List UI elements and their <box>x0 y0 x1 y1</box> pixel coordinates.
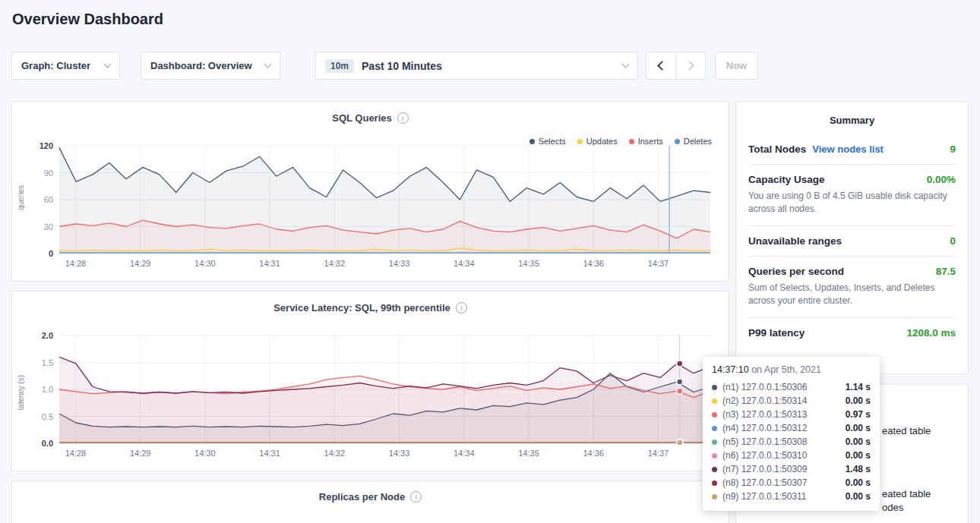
chevron-down-icon <box>264 61 272 68</box>
series-dot <box>712 453 717 458</box>
tooltip-value: 0.00 s <box>846 436 871 447</box>
svg-text:1.5: 1.5 <box>42 358 53 367</box>
tooltip-node: (n3) 127.0.0.1:50313 <box>722 409 807 420</box>
series-dot <box>712 412 717 417</box>
series-dot <box>712 385 717 390</box>
summary-value: 87.5 <box>936 266 956 277</box>
chevron-right-icon <box>684 61 694 71</box>
chevron-down-icon <box>622 61 630 68</box>
graph-scope-dropdown[interactable]: Graph: Cluster <box>11 52 120 80</box>
event-text-fragment: odes <box>882 502 903 513</box>
tooltip-node: (n1) 127.0.0.1:50306 <box>722 382 807 392</box>
info-icon[interactable] <box>410 491 422 503</box>
event-text-fragment: eated table <box>882 488 931 499</box>
service-latency-chart[interactable]: 0.00.51.01.52.014:2814:2914:3014:3114:32… <box>20 329 721 463</box>
svg-text:60: 60 <box>44 195 53 204</box>
summary-label: Total Nodes <box>748 143 806 155</box>
summary-panel: Summary Total Nodes View nodes list 9 Ca… <box>735 101 969 374</box>
panel-title-row: Replicas per Node <box>12 481 729 503</box>
service-latency-panel: Service Latency: SQL, 99th percentile la… <box>11 291 729 471</box>
chart-title: SQL Queries <box>332 112 392 124</box>
tooltip-node: (n2) 127.0.0.1:50314 <box>722 395 807 406</box>
summary-description: Sum of Selects, Updates, Inserts, and De… <box>748 282 956 308</box>
tooltip-value: 0.00 s <box>846 423 871 433</box>
tooltip-row: (n3) 127.0.0.1:50313 0.97 s <box>712 408 871 421</box>
chevron-down-icon <box>104 61 112 68</box>
svg-text:14:35: 14:35 <box>518 449 539 458</box>
svg-text:1.0: 1.0 <box>42 385 53 394</box>
svg-text:0.0: 0.0 <box>42 439 53 448</box>
summary-title: Summary <box>736 102 968 134</box>
series-dot <box>712 440 717 445</box>
tooltip-value: 0.00 s <box>846 450 871 461</box>
tooltip-value: 0.97 s <box>846 409 871 420</box>
time-range-dropdown[interactable]: 10m Past 10 Minutes <box>315 52 638 80</box>
summary-value: 1208.0 ms <box>906 327 956 339</box>
dashboard-dropdown[interactable]: Dashboard: Overview <box>141 52 280 80</box>
tooltip-row: (n8) 127.0.0.1:50307 0.00 s <box>712 476 871 490</box>
replicas-per-node-panel: Replicas per Node <box>11 480 729 523</box>
svg-text:14:36: 14:36 <box>583 449 604 458</box>
time-prev-button[interactable] <box>646 52 676 80</box>
view-nodes-list-link[interactable]: View nodes list <box>812 143 884 155</box>
summary-row-capacity-usage: Capacity Usage 0.00% You are using 0 B o… <box>748 164 956 225</box>
summary-value: 9 <box>950 143 956 155</box>
summary-value: 0 <box>950 235 956 247</box>
event-text-fragment: eated table <box>882 425 931 436</box>
tooltip-row: (n6) 127.0.0.1:50310 0.00 s <box>712 449 871 462</box>
dashboard-value: Overview <box>208 60 252 71</box>
series-dot <box>712 480 717 486</box>
summary-row-p99-latency: P99 latency 1208.0 ms <box>748 317 956 348</box>
svg-text:14:28: 14:28 <box>65 449 87 458</box>
summary-value: 0.00% <box>927 174 956 185</box>
page-title: Overview Dashboard <box>12 11 163 28</box>
tooltip-node: (n7) 127.0.0.1:50309 <box>722 464 807 474</box>
summary-label: P99 latency <box>748 327 805 339</box>
tooltip-value: 0.00 s <box>846 477 871 488</box>
svg-text:14:36: 14:36 <box>583 259 604 268</box>
tooltip-value: 1.48 s <box>846 464 871 474</box>
summary-row-total-nodes: Total Nodes View nodes list 9 <box>748 134 956 164</box>
chevron-left-icon <box>657 61 667 71</box>
sql-queries-chart[interactable]: 030609012014:2814:2914:3014:3114:3214:33… <box>20 140 721 273</box>
svg-text:14:31: 14:31 <box>259 259 280 268</box>
chart-title: Service Latency: SQL, 99th percentile <box>273 302 450 313</box>
svg-text:14:33: 14:33 <box>389 259 410 268</box>
svg-text:90: 90 <box>44 169 53 178</box>
tooltip-node: (n5) 127.0.0.1:50308 <box>722 436 807 447</box>
info-icon[interactable] <box>397 112 409 124</box>
tooltip-value: 1.14 s <box>846 382 871 392</box>
tooltip-node: (n8) 127.0.0.1:50307 <box>722 477 807 488</box>
info-icon[interactable] <box>456 302 467 313</box>
chart-title: Replicas per Node <box>319 491 405 503</box>
svg-text:14:34: 14:34 <box>454 259 475 268</box>
svg-text:14:32: 14:32 <box>324 259 346 268</box>
tooltip-date: on Apr 5th, 2021 <box>751 364 821 375</box>
summary-description: You are using 0 B of 4.5 GiB usable disk… <box>748 190 956 216</box>
svg-text:14:28: 14:28 <box>65 259 87 268</box>
svg-text:14:30: 14:30 <box>194 449 216 458</box>
tooltip-node: (n6) 127.0.0.1:50310 <box>722 450 807 461</box>
series-dot <box>712 399 717 404</box>
tooltip-node: (n9) 127.0.0.1:50311 <box>722 491 807 502</box>
svg-text:14:34: 14:34 <box>454 449 475 458</box>
now-button[interactable]: Now <box>715 52 758 80</box>
svg-text:14:33: 14:33 <box>389 449 410 458</box>
svg-text:2.0: 2.0 <box>42 331 53 340</box>
summary-label: Unavailable ranges <box>748 235 842 247</box>
svg-text:14:29: 14:29 <box>130 449 151 458</box>
svg-text:14:32: 14:32 <box>324 449 346 458</box>
replicas-chart[interactable] <box>20 519 721 523</box>
tooltip-time: 14:37:10 <box>712 364 749 375</box>
graph-scope-value: Cluster <box>56 60 90 71</box>
tooltip-row: (n7) 127.0.0.1:50309 1.48 s <box>712 462 871 476</box>
chart-hover-tooltip: 14:37:10 on Apr 5th, 2021 (n1) 127.0.0.1… <box>703 357 880 511</box>
series-dot <box>712 467 717 472</box>
series-dot <box>712 426 717 431</box>
tooltip-value: 0.00 s <box>846 491 871 502</box>
svg-text:0: 0 <box>49 249 53 258</box>
time-range-label: Past 10 Minutes <box>362 60 442 72</box>
svg-text:14:29: 14:29 <box>130 259 151 268</box>
time-next-button[interactable] <box>675 52 706 80</box>
panel-title-row: Service Latency: SQL, 99th percentile <box>12 291 729 313</box>
